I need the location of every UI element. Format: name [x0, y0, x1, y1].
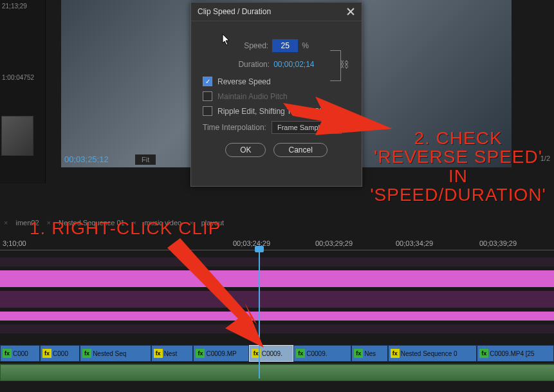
dialog-title: Clip Speed / Duration — [198, 3, 271, 21]
track[interactable] — [0, 270, 554, 287]
ruler-tick: 00;03;34;29 — [396, 239, 433, 247]
annotation-step2: 2. Check 'Reverse Speed' in 'Speed/Durat… — [362, 129, 554, 205]
tab-close-icon[interactable]: × — [4, 219, 8, 227]
video-track[interactable]: fxC000 fxC000 fxNested Seq fxNest fxC000… — [0, 345, 554, 362]
timeline-clip[interactable]: fxC000 — [0, 345, 40, 362]
annotation-arrow — [167, 238, 264, 348]
duration-label: Duration: — [238, 60, 270, 69]
timeline-clip[interactable]: fxNested Seq — [80, 345, 151, 362]
svg-marker-1 — [167, 238, 264, 348]
track[interactable] — [0, 312, 554, 321]
zoom-fit-dropdown[interactable]: Fit — [135, 154, 156, 165]
speed-unit: % — [302, 41, 309, 50]
timeline-clip[interactable]: fxC000 — [40, 345, 80, 362]
fx-badge: fx — [296, 349, 305, 358]
close-icon[interactable] — [346, 7, 355, 16]
reverse-speed-row[interactable]: Reverse Speed — [203, 77, 350, 86]
track[interactable] — [0, 291, 554, 308]
timeline-clip[interactable]: fxNes — [351, 345, 387, 362]
speed-label: Speed: — [244, 41, 268, 50]
timeline-clip[interactable]: fxNested Sequence 0 — [388, 345, 477, 362]
maintain-pitch-label: Maintain Audio Pitch — [217, 92, 288, 101]
cursor-icon — [222, 33, 231, 46]
timeline-clip[interactable]: fxC0009. — [293, 345, 351, 362]
ruler-tick: 00;03;29;29 — [315, 239, 353, 247]
link-icon[interactable]: ⛓ — [340, 59, 349, 70]
source-panel: 21;13;29 1:00:04752 — [0, 0, 46, 183]
maintain-pitch-checkbox — [203, 91, 212, 101]
fx-badge: fx — [154, 349, 163, 358]
ruler-tick: 00;03;39;29 — [479, 239, 517, 247]
reverse-speed-checkbox[interactable] — [203, 77, 212, 86]
cancel-button[interactable]: Cancel — [273, 143, 327, 157]
bin-thumbnail[interactable] — [1, 116, 33, 156]
audio-track[interactable] — [0, 364, 554, 381]
timeline-tracks — [0, 257, 554, 337]
ripple-edit-checkbox[interactable] — [203, 106, 212, 116]
fx-badge: fx — [196, 349, 205, 358]
source-timecode-2: 1:00:04752 — [2, 74, 34, 81]
annotation-step1: 1. Right-click clip — [30, 219, 221, 238]
fx-badge: fx — [3, 349, 12, 358]
source-timecode: 21;13;29 — [2, 3, 27, 10]
fx-badge: fx — [354, 349, 363, 358]
timeline-ruler[interactable]: 3;10;00 00;03;24;29 00;03;29;29 00;03;34… — [0, 239, 554, 256]
fx-badge: fx — [391, 349, 400, 358]
timeline-clip[interactable]: fxC0009.MP4 [25 — [477, 345, 554, 362]
reverse-speed-label: Reverse Speed — [217, 77, 271, 86]
fx-badge: fx — [82, 349, 91, 358]
time-interpolation-label: Time Interpolation: — [203, 123, 266, 132]
audio-clip[interactable] — [0, 364, 554, 381]
program-timecode[interactable]: 00;03;25;12 — [64, 154, 109, 164]
track[interactable] — [0, 324, 554, 333]
ruler-tick: 3;10;00 — [3, 239, 26, 247]
track[interactable] — [0, 257, 554, 266]
fx-badge: fx — [42, 349, 51, 358]
duration-value[interactable]: 00;00;02;14 — [273, 60, 314, 69]
speed-input[interactable] — [272, 39, 298, 52]
fx-badge: fx — [479, 349, 488, 358]
ok-button[interactable]: OK — [225, 143, 266, 157]
